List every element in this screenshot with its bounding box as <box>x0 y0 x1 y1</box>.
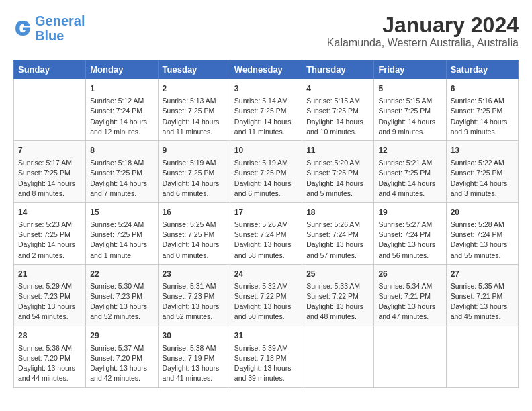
weekday-header: Thursday <box>302 60 374 79</box>
weekday-header: Friday <box>374 60 446 79</box>
day-info: Sunrise: 5:29 AM Sunset: 7:23 PM Dayligh… <box>18 281 81 322</box>
day-number: 9 <box>163 144 226 156</box>
logo: GeneralBlue <box>13 13 85 43</box>
calendar-day-cell: 21Sunrise: 5:29 AM Sunset: 7:23 PM Dayli… <box>14 264 86 326</box>
day-info: Sunrise: 5:27 AM Sunset: 7:24 PM Dayligh… <box>378 220 441 261</box>
calendar-day-cell: 6Sunrise: 5:16 AM Sunset: 7:25 PM Daylig… <box>446 79 518 141</box>
day-info: Sunrise: 5:19 AM Sunset: 7:25 PM Dayligh… <box>163 158 226 199</box>
day-info: Sunrise: 5:13 AM Sunset: 7:25 PM Dayligh… <box>163 96 226 137</box>
day-number: 13 <box>451 144 514 156</box>
calendar-week-row: 21Sunrise: 5:29 AM Sunset: 7:23 PM Dayli… <box>14 264 519 326</box>
calendar-week-row: 7Sunrise: 5:17 AM Sunset: 7:25 PM Daylig… <box>14 141 519 203</box>
day-info: Sunrise: 5:15 AM Sunset: 7:25 PM Dayligh… <box>378 96 441 137</box>
day-info: Sunrise: 5:25 AM Sunset: 7:25 PM Dayligh… <box>163 220 226 261</box>
calendar-day-cell <box>446 326 518 387</box>
day-number: 6 <box>451 83 514 95</box>
calendar-week-row: 14Sunrise: 5:23 AM Sunset: 7:25 PM Dayli… <box>14 202 519 264</box>
day-info: Sunrise: 5:35 AM Sunset: 7:21 PM Dayligh… <box>451 281 514 322</box>
calendar-day-cell <box>302 326 374 387</box>
day-number: 16 <box>163 206 226 218</box>
day-info: Sunrise: 5:28 AM Sunset: 7:24 PM Dayligh… <box>451 220 514 261</box>
calendar-day-cell: 5Sunrise: 5:15 AM Sunset: 7:25 PM Daylig… <box>374 79 446 141</box>
calendar-day-cell: 2Sunrise: 5:13 AM Sunset: 7:25 PM Daylig… <box>158 79 230 141</box>
weekday-header: Saturday <box>446 60 518 79</box>
day-info: Sunrise: 5:15 AM Sunset: 7:25 PM Dayligh… <box>306 96 369 137</box>
page-subtitle: Kalamunda, Western Australia, Australia <box>327 37 519 49</box>
page-title: January 2024 <box>327 13 519 37</box>
day-number: 24 <box>234 268 298 280</box>
day-number: 4 <box>306 83 369 95</box>
day-number: 28 <box>18 330 81 342</box>
calendar-day-cell: 22Sunrise: 5:30 AM Sunset: 7:23 PM Dayli… <box>86 264 158 326</box>
day-number: 5 <box>378 83 441 95</box>
day-number: 14 <box>18 206 81 218</box>
day-info: Sunrise: 5:31 AM Sunset: 7:23 PM Dayligh… <box>163 281 226 322</box>
day-info: Sunrise: 5:39 AM Sunset: 7:18 PM Dayligh… <box>234 343 298 384</box>
day-number: 22 <box>90 268 153 280</box>
calendar-day-cell: 26Sunrise: 5:34 AM Sunset: 7:21 PM Dayli… <box>374 264 446 326</box>
day-number: 29 <box>90 330 153 342</box>
weekday-header: Tuesday <box>158 60 230 79</box>
calendar-day-cell: 15Sunrise: 5:24 AM Sunset: 7:25 PM Dayli… <box>86 202 158 264</box>
day-info: Sunrise: 5:30 AM Sunset: 7:23 PM Dayligh… <box>90 281 153 322</box>
day-number: 7 <box>18 144 81 156</box>
weekday-header: Sunday <box>14 60 86 79</box>
title-block: January 2024 Kalamunda, Western Australi… <box>327 13 519 49</box>
day-info: Sunrise: 5:21 AM Sunset: 7:25 PM Dayligh… <box>378 158 441 199</box>
day-number: 8 <box>90 144 153 156</box>
day-info: Sunrise: 5:22 AM Sunset: 7:25 PM Dayligh… <box>451 158 514 199</box>
calendar-day-cell: 13Sunrise: 5:22 AM Sunset: 7:25 PM Dayli… <box>446 141 518 203</box>
day-number: 19 <box>378 206 441 218</box>
page-header: GeneralBlue January 2024 Kalamunda, West… <box>13 13 519 49</box>
day-info: Sunrise: 5:33 AM Sunset: 7:22 PM Dayligh… <box>306 281 369 322</box>
calendar-week-row: 28Sunrise: 5:36 AM Sunset: 7:20 PM Dayli… <box>14 326 519 387</box>
calendar-day-cell: 1Sunrise: 5:12 AM Sunset: 7:24 PM Daylig… <box>86 79 158 141</box>
day-info: Sunrise: 5:12 AM Sunset: 7:24 PM Dayligh… <box>90 96 153 137</box>
calendar-day-cell: 28Sunrise: 5:36 AM Sunset: 7:20 PM Dayli… <box>14 326 86 387</box>
day-number: 31 <box>234 330 298 342</box>
day-info: Sunrise: 5:32 AM Sunset: 7:22 PM Dayligh… <box>234 281 298 322</box>
day-info: Sunrise: 5:16 AM Sunset: 7:25 PM Dayligh… <box>451 96 514 137</box>
day-number: 11 <box>306 144 369 156</box>
day-number: 15 <box>90 206 153 218</box>
day-number: 26 <box>378 268 441 280</box>
day-number: 27 <box>451 268 514 280</box>
calendar-day-cell: 14Sunrise: 5:23 AM Sunset: 7:25 PM Dayli… <box>14 202 86 264</box>
calendar-day-cell: 11Sunrise: 5:20 AM Sunset: 7:25 PM Dayli… <box>302 141 374 203</box>
calendar-week-row: 1Sunrise: 5:12 AM Sunset: 7:24 PM Daylig… <box>14 79 519 141</box>
weekday-header: Wednesday <box>230 60 302 79</box>
day-number: 21 <box>18 268 81 280</box>
day-info: Sunrise: 5:26 AM Sunset: 7:24 PM Dayligh… <box>234 220 298 261</box>
day-number: 2 <box>163 83 226 95</box>
logo-text: GeneralBlue <box>35 13 85 43</box>
day-info: Sunrise: 5:17 AM Sunset: 7:25 PM Dayligh… <box>18 158 81 199</box>
calendar-day-cell: 19Sunrise: 5:27 AM Sunset: 7:24 PM Dayli… <box>374 202 446 264</box>
weekday-header: Monday <box>86 60 158 79</box>
calendar-day-cell: 4Sunrise: 5:15 AM Sunset: 7:25 PM Daylig… <box>302 79 374 141</box>
calendar-day-cell: 29Sunrise: 5:37 AM Sunset: 7:20 PM Dayli… <box>86 326 158 387</box>
calendar-day-cell: 18Sunrise: 5:26 AM Sunset: 7:24 PM Dayli… <box>302 202 374 264</box>
day-info: Sunrise: 5:14 AM Sunset: 7:25 PM Dayligh… <box>234 96 298 137</box>
calendar-day-cell <box>374 326 446 387</box>
calendar-day-cell: 16Sunrise: 5:25 AM Sunset: 7:25 PM Dayli… <box>158 202 230 264</box>
day-number: 12 <box>378 144 441 156</box>
day-number: 25 <box>306 268 369 280</box>
day-info: Sunrise: 5:34 AM Sunset: 7:21 PM Dayligh… <box>378 281 441 322</box>
day-number: 23 <box>163 268 226 280</box>
day-number: 30 <box>163 330 226 342</box>
day-info: Sunrise: 5:18 AM Sunset: 7:25 PM Dayligh… <box>90 158 153 199</box>
calendar-day-cell: 23Sunrise: 5:31 AM Sunset: 7:23 PM Dayli… <box>158 264 230 326</box>
calendar-day-cell: 17Sunrise: 5:26 AM Sunset: 7:24 PM Dayli… <box>230 202 302 264</box>
calendar-day-cell: 12Sunrise: 5:21 AM Sunset: 7:25 PM Dayli… <box>374 141 446 203</box>
day-info: Sunrise: 5:26 AM Sunset: 7:24 PM Dayligh… <box>306 220 369 261</box>
calendar-day-cell: 7Sunrise: 5:17 AM Sunset: 7:25 PM Daylig… <box>14 141 86 203</box>
day-number: 17 <box>234 206 298 218</box>
day-info: Sunrise: 5:20 AM Sunset: 7:25 PM Dayligh… <box>306 158 369 199</box>
day-number: 18 <box>306 206 369 218</box>
day-info: Sunrise: 5:23 AM Sunset: 7:25 PM Dayligh… <box>18 220 81 261</box>
calendar-day-cell: 25Sunrise: 5:33 AM Sunset: 7:22 PM Dayli… <box>302 264 374 326</box>
day-info: Sunrise: 5:37 AM Sunset: 7:20 PM Dayligh… <box>90 343 153 384</box>
calendar-day-cell: 30Sunrise: 5:38 AM Sunset: 7:19 PM Dayli… <box>158 326 230 387</box>
calendar-day-cell: 31Sunrise: 5:39 AM Sunset: 7:18 PM Dayli… <box>230 326 302 387</box>
calendar-day-cell: 10Sunrise: 5:19 AM Sunset: 7:25 PM Dayli… <box>230 141 302 203</box>
